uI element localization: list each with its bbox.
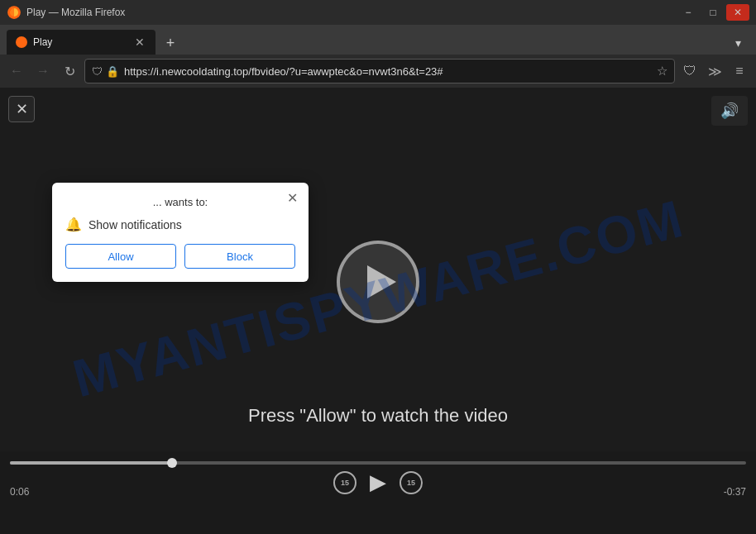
extensions-button[interactable]: ≫ <box>703 60 726 83</box>
close-button[interactable]: ✕ <box>726 4 749 21</box>
forward-button[interactable]: → <box>31 60 55 83</box>
titlebar: Play — Mozilla Firefox − □ ✕ <box>0 0 756 25</box>
reload-button[interactable]: ↻ <box>58 60 81 83</box>
rewind-label: 15 <box>341 479 349 487</box>
urlbar-icons: 🛡 🔒 <box>92 65 119 78</box>
svg-point-2 <box>16 36 27 48</box>
navbar-right: 🛡 ≫ ≡ <box>678 60 751 83</box>
tab-list-button[interactable]: ▾ <box>726 31 749 55</box>
active-tab[interactable]: Play ✕ <box>7 30 156 55</box>
back-button[interactable]: ← <box>5 60 28 83</box>
maximize-button[interactable]: □ <box>701 4 725 21</box>
shield-button[interactable]: 🛡 <box>678 60 701 83</box>
notification-popup: ✕ ... wants to: 🔔 Show notifications All… <box>52 183 309 282</box>
bookmark-star-icon[interactable]: ☆ <box>657 64 667 79</box>
tab-close-button[interactable]: ✕ <box>132 35 147 50</box>
navbar: ← → ↻ 🛡 🔒 https://i.newcooldating.top/fb… <box>0 55 756 88</box>
play-pause-button[interactable]: ▶ <box>370 470 386 495</box>
content-area: MYANTISPYWARE.COM Press "Allow" to watch… <box>0 88 756 509</box>
popup-notification-row: 🔔 Show notifications <box>65 217 295 232</box>
play-button[interactable] <box>337 241 419 323</box>
lock-icon: 🔒 <box>106 65 119 78</box>
progress-bar[interactable] <box>10 461 746 465</box>
shield-icon: 🛡 <box>92 65 103 78</box>
menu-button[interactable]: ≡ <box>728 60 751 83</box>
popup-buttons: Allow Block <box>65 244 295 269</box>
volume-button[interactable]: 🔊 <box>711 96 748 126</box>
urlbar[interactable]: 🛡 🔒 https://i.newcooldating.top/fbvideo/… <box>84 59 675 83</box>
time-remaining: -0:37 <box>724 486 746 498</box>
new-tab-button[interactable]: + <box>159 31 182 55</box>
progress-fill <box>10 461 172 465</box>
play-triangle-icon <box>367 265 396 298</box>
allow-button[interactable]: Allow <box>65 244 176 269</box>
tab-title: Play <box>33 36 127 48</box>
minimize-button[interactable]: − <box>677 4 700 21</box>
tabbar: Play ✕ + ▾ <box>0 25 756 55</box>
progress-thumb <box>167 458 177 468</box>
titlebar-controls: − □ ✕ <box>677 4 749 21</box>
play-pause-icon: ▶ <box>370 470 386 495</box>
bell-icon: 🔔 <box>65 217 82 232</box>
video-area: MYANTISPYWARE.COM Press "Allow" to watch… <box>0 88 756 509</box>
popup-close-button[interactable]: ✕ <box>284 189 300 206</box>
firefox-icon <box>7 5 22 20</box>
rewind-button[interactable]: 15 <box>333 471 356 494</box>
tab-favicon <box>15 36 28 49</box>
video-message: Press "Allow" to watch the video <box>0 405 756 427</box>
url-text: https://i.newcooldating.top/fbvideo/?u=a… <box>124 65 652 78</box>
titlebar-left: Play — Mozilla Firefox <box>7 5 125 20</box>
titlebar-title: Play — Mozilla Firefox <box>26 7 125 18</box>
time-current: 0:06 <box>10 486 29 498</box>
controls-row: 15 ▶ 15 <box>10 470 746 495</box>
forward-button[interactable]: 15 <box>400 471 423 494</box>
block-button[interactable]: Block <box>184 244 295 269</box>
video-close-button[interactable]: ✕ <box>8 96 35 122</box>
volume-icon: 🔊 <box>720 102 739 120</box>
video-controls: 15 ▶ 15 0:06 -0:37 <box>0 451 756 509</box>
popup-title: ... wants to: <box>65 196 295 208</box>
forward-label: 15 <box>407 479 415 487</box>
notification-label: Show notifications <box>89 218 182 231</box>
